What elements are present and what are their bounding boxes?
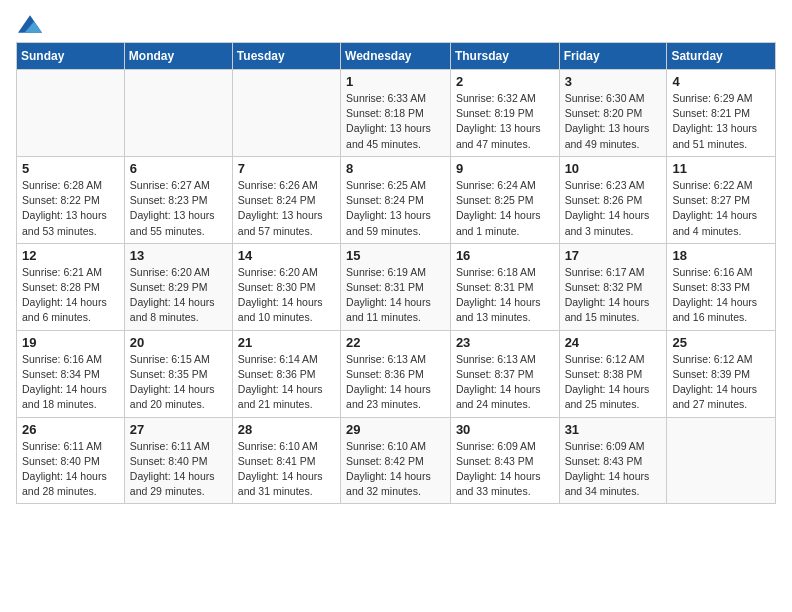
calendar-cell: 11Sunrise: 6:22 AMSunset: 8:27 PMDayligh…	[667, 156, 776, 243]
day-number: 2	[456, 74, 554, 89]
day-number: 21	[238, 335, 335, 350]
day-number: 12	[22, 248, 119, 263]
day-info: Sunrise: 6:11 AMSunset: 8:40 PMDaylight:…	[130, 439, 227, 500]
day-info: Sunrise: 6:09 AMSunset: 8:43 PMDaylight:…	[565, 439, 662, 500]
day-number: 18	[672, 248, 770, 263]
day-info: Sunrise: 6:16 AMSunset: 8:33 PMDaylight:…	[672, 265, 770, 326]
calendar-cell: 27Sunrise: 6:11 AMSunset: 8:40 PMDayligh…	[124, 417, 232, 504]
calendar-week-5: 26Sunrise: 6:11 AMSunset: 8:40 PMDayligh…	[17, 417, 776, 504]
day-info: Sunrise: 6:11 AMSunset: 8:40 PMDaylight:…	[22, 439, 119, 500]
calendar-cell	[124, 70, 232, 157]
day-number: 13	[130, 248, 227, 263]
day-info: Sunrise: 6:19 AMSunset: 8:31 PMDaylight:…	[346, 265, 445, 326]
calendar-cell: 28Sunrise: 6:10 AMSunset: 8:41 PMDayligh…	[232, 417, 340, 504]
calendar-week-3: 12Sunrise: 6:21 AMSunset: 8:28 PMDayligh…	[17, 243, 776, 330]
page-header	[16, 16, 776, 30]
weekday-header-saturday: Saturday	[667, 43, 776, 70]
day-number: 3	[565, 74, 662, 89]
calendar-cell: 12Sunrise: 6:21 AMSunset: 8:28 PMDayligh…	[17, 243, 125, 330]
day-number: 11	[672, 161, 770, 176]
weekday-header-thursday: Thursday	[450, 43, 559, 70]
day-info: Sunrise: 6:15 AMSunset: 8:35 PMDaylight:…	[130, 352, 227, 413]
calendar-header-row: SundayMondayTuesdayWednesdayThursdayFrid…	[17, 43, 776, 70]
calendar-cell: 3Sunrise: 6:30 AMSunset: 8:20 PMDaylight…	[559, 70, 667, 157]
day-number: 16	[456, 248, 554, 263]
day-info: Sunrise: 6:16 AMSunset: 8:34 PMDaylight:…	[22, 352, 119, 413]
calendar-cell	[232, 70, 340, 157]
day-number: 4	[672, 74, 770, 89]
day-number: 30	[456, 422, 554, 437]
day-info: Sunrise: 6:33 AMSunset: 8:18 PMDaylight:…	[346, 91, 445, 152]
day-number: 1	[346, 74, 445, 89]
calendar-cell: 10Sunrise: 6:23 AMSunset: 8:26 PMDayligh…	[559, 156, 667, 243]
day-info: Sunrise: 6:18 AMSunset: 8:31 PMDaylight:…	[456, 265, 554, 326]
day-number: 6	[130, 161, 227, 176]
day-info: Sunrise: 6:20 AMSunset: 8:30 PMDaylight:…	[238, 265, 335, 326]
calendar-week-1: 1Sunrise: 6:33 AMSunset: 8:18 PMDaylight…	[17, 70, 776, 157]
calendar-cell	[667, 417, 776, 504]
calendar-cell: 6Sunrise: 6:27 AMSunset: 8:23 PMDaylight…	[124, 156, 232, 243]
calendar-week-4: 19Sunrise: 6:16 AMSunset: 8:34 PMDayligh…	[17, 330, 776, 417]
day-info: Sunrise: 6:13 AMSunset: 8:37 PMDaylight:…	[456, 352, 554, 413]
calendar-cell: 1Sunrise: 6:33 AMSunset: 8:18 PMDaylight…	[341, 70, 451, 157]
day-number: 5	[22, 161, 119, 176]
day-number: 24	[565, 335, 662, 350]
calendar-cell: 25Sunrise: 6:12 AMSunset: 8:39 PMDayligh…	[667, 330, 776, 417]
calendar-week-2: 5Sunrise: 6:28 AMSunset: 8:22 PMDaylight…	[17, 156, 776, 243]
calendar-table: SundayMondayTuesdayWednesdayThursdayFrid…	[16, 42, 776, 504]
calendar-cell: 31Sunrise: 6:09 AMSunset: 8:43 PMDayligh…	[559, 417, 667, 504]
calendar-cell: 29Sunrise: 6:10 AMSunset: 8:42 PMDayligh…	[341, 417, 451, 504]
calendar-cell: 26Sunrise: 6:11 AMSunset: 8:40 PMDayligh…	[17, 417, 125, 504]
calendar-cell: 24Sunrise: 6:12 AMSunset: 8:38 PMDayligh…	[559, 330, 667, 417]
calendar-cell: 16Sunrise: 6:18 AMSunset: 8:31 PMDayligh…	[450, 243, 559, 330]
calendar-cell: 21Sunrise: 6:14 AMSunset: 8:36 PMDayligh…	[232, 330, 340, 417]
day-number: 17	[565, 248, 662, 263]
calendar-cell: 17Sunrise: 6:17 AMSunset: 8:32 PMDayligh…	[559, 243, 667, 330]
day-info: Sunrise: 6:21 AMSunset: 8:28 PMDaylight:…	[22, 265, 119, 326]
day-info: Sunrise: 6:13 AMSunset: 8:36 PMDaylight:…	[346, 352, 445, 413]
calendar-cell: 23Sunrise: 6:13 AMSunset: 8:37 PMDayligh…	[450, 330, 559, 417]
calendar-cell: 7Sunrise: 6:26 AMSunset: 8:24 PMDaylight…	[232, 156, 340, 243]
day-info: Sunrise: 6:17 AMSunset: 8:32 PMDaylight:…	[565, 265, 662, 326]
day-info: Sunrise: 6:25 AMSunset: 8:24 PMDaylight:…	[346, 178, 445, 239]
day-number: 7	[238, 161, 335, 176]
day-number: 22	[346, 335, 445, 350]
day-number: 26	[22, 422, 119, 437]
day-info: Sunrise: 6:30 AMSunset: 8:20 PMDaylight:…	[565, 91, 662, 152]
day-info: Sunrise: 6:12 AMSunset: 8:39 PMDaylight:…	[672, 352, 770, 413]
calendar-cell: 20Sunrise: 6:15 AMSunset: 8:35 PMDayligh…	[124, 330, 232, 417]
day-info: Sunrise: 6:24 AMSunset: 8:25 PMDaylight:…	[456, 178, 554, 239]
day-number: 25	[672, 335, 770, 350]
calendar-cell: 13Sunrise: 6:20 AMSunset: 8:29 PMDayligh…	[124, 243, 232, 330]
day-info: Sunrise: 6:12 AMSunset: 8:38 PMDaylight:…	[565, 352, 662, 413]
day-info: Sunrise: 6:27 AMSunset: 8:23 PMDaylight:…	[130, 178, 227, 239]
day-info: Sunrise: 6:14 AMSunset: 8:36 PMDaylight:…	[238, 352, 335, 413]
day-number: 9	[456, 161, 554, 176]
calendar-cell: 14Sunrise: 6:20 AMSunset: 8:30 PMDayligh…	[232, 243, 340, 330]
calendar-cell: 18Sunrise: 6:16 AMSunset: 8:33 PMDayligh…	[667, 243, 776, 330]
day-number: 27	[130, 422, 227, 437]
day-number: 31	[565, 422, 662, 437]
day-info: Sunrise: 6:29 AMSunset: 8:21 PMDaylight:…	[672, 91, 770, 152]
day-number: 14	[238, 248, 335, 263]
day-number: 20	[130, 335, 227, 350]
day-number: 15	[346, 248, 445, 263]
weekday-header-sunday: Sunday	[17, 43, 125, 70]
day-number: 28	[238, 422, 335, 437]
day-info: Sunrise: 6:22 AMSunset: 8:27 PMDaylight:…	[672, 178, 770, 239]
weekday-header-wednesday: Wednesday	[341, 43, 451, 70]
calendar-cell	[17, 70, 125, 157]
day-info: Sunrise: 6:10 AMSunset: 8:42 PMDaylight:…	[346, 439, 445, 500]
day-info: Sunrise: 6:10 AMSunset: 8:41 PMDaylight:…	[238, 439, 335, 500]
day-info: Sunrise: 6:23 AMSunset: 8:26 PMDaylight:…	[565, 178, 662, 239]
day-info: Sunrise: 6:09 AMSunset: 8:43 PMDaylight:…	[456, 439, 554, 500]
weekday-header-friday: Friday	[559, 43, 667, 70]
calendar-cell: 4Sunrise: 6:29 AMSunset: 8:21 PMDaylight…	[667, 70, 776, 157]
day-number: 23	[456, 335, 554, 350]
calendar-cell: 19Sunrise: 6:16 AMSunset: 8:34 PMDayligh…	[17, 330, 125, 417]
weekday-header-tuesday: Tuesday	[232, 43, 340, 70]
calendar-cell: 9Sunrise: 6:24 AMSunset: 8:25 PMDaylight…	[450, 156, 559, 243]
calendar-cell: 15Sunrise: 6:19 AMSunset: 8:31 PMDayligh…	[341, 243, 451, 330]
logo	[16, 16, 42, 30]
calendar-cell: 8Sunrise: 6:25 AMSunset: 8:24 PMDaylight…	[341, 156, 451, 243]
